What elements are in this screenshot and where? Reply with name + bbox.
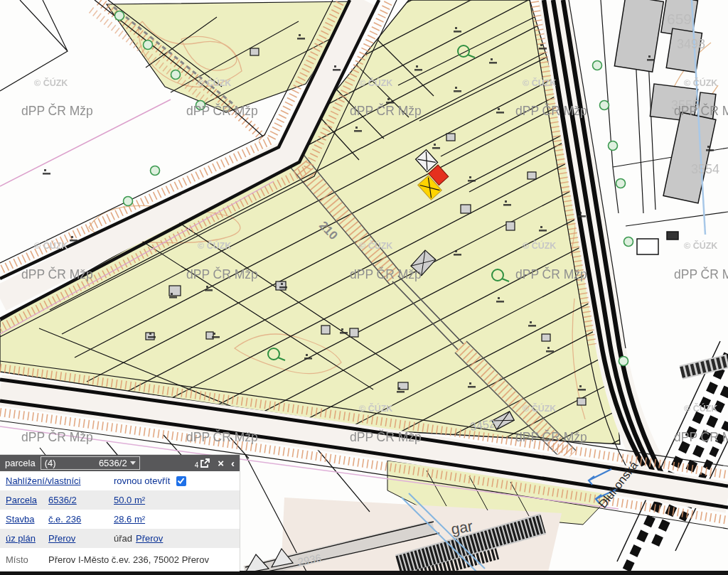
building-number-659: 659 (667, 11, 692, 27)
svg-text:© ČÚZK: © ČÚZK (684, 77, 717, 88)
parcela-number-link[interactable]: 6536/2 (48, 495, 114, 505)
svg-text:© ČÚZK: © ČÚZK (359, 240, 392, 251)
svg-text:© ČÚZK: © ČÚZK (34, 77, 68, 88)
svg-text:© ČÚZK: © ČÚZK (523, 240, 556, 251)
stavba-area-link[interactable]: 28.6 m² (114, 514, 145, 525)
building-number-3498: 3498 (677, 37, 705, 51)
close-icon[interactable]: × (218, 458, 224, 468)
row-stavba: Stavba č.e. 236 28.6 m² (0, 510, 240, 529)
svg-text:dPP ČR Mžp: dPP ČR Mžp (186, 267, 258, 281)
parcel-info-panel: parcela (4) 6536/2 4 × ‹ Nahlížení/vlast… (0, 455, 240, 574)
urad-label: úřad (114, 533, 132, 544)
svg-text:© ČÚZK: © ČÚZK (198, 240, 231, 251)
svg-text:© ČÚZK: © ČÚZK (523, 403, 556, 414)
parcela-link[interactable]: Parcela (6, 495, 48, 505)
collapse-panel-icon[interactable]: ‹ (231, 458, 235, 468)
building-number-3554: 3554 (691, 162, 719, 176)
svg-text:dPP ČR Mžp: dPP ČR Mžp (21, 267, 93, 281)
share-count: 4 (195, 462, 199, 469)
misto-label: Místo (6, 554, 48, 565)
svg-text:dPP ČR Mžp: dPP ČR Mžp (674, 267, 728, 281)
panel-title: parcela (5, 458, 36, 468)
svg-text:© ČÚZK: © ČÚZK (198, 77, 231, 88)
svg-text:dPP ČR Mžp: dPP ČR Mžp (186, 103, 258, 118)
svg-text:dPP ČR Mžp: dPP ČR Mžp (186, 429, 258, 444)
selector-index: (4) (45, 458, 56, 468)
parcel-selector-dropdown[interactable]: (4) 6536/2 (41, 456, 140, 470)
svg-text:dPP ČR Mžp: dPP ČR Mžp (515, 267, 587, 281)
svg-text:© ČÚZK: © ČÚZK (684, 403, 717, 414)
checkmark-icon (177, 477, 185, 485)
row-misto: Místo Přerov I-Město č.ev. 236, 75002 Př… (0, 548, 240, 571)
urad-value-link[interactable]: Přerov (136, 533, 163, 544)
rovnou-otevrit-checkbox[interactable] (176, 476, 186, 486)
svg-text:dPP ČR Mžp: dPP ČR Mžp (21, 429, 93, 444)
svg-text:dPP ČR Mžp: dPP ČR Mžp (21, 103, 93, 118)
svg-text:© ČÚZK: © ČÚZK (359, 77, 392, 88)
stavba-number-link[interactable]: č.e. 236 (48, 514, 114, 525)
uzplan-link[interactable]: úz plán (6, 533, 48, 544)
stavba-link[interactable]: Stavba (6, 514, 48, 525)
svg-text:dPP ČR Mžp: dPP ČR Mžp (350, 103, 422, 118)
uzplan-value-link[interactable]: Přerov (48, 533, 114, 544)
svg-text:dPP ČR Mžp: dPP ČR Mžp (515, 103, 587, 118)
share-button[interactable]: 4 (195, 458, 211, 469)
row-parcela: Parcela 6536/2 50.0 m² (0, 490, 240, 510)
row-nahlizeni: Nahlížení/vlastníci rovnou otevřít (0, 471, 240, 490)
misto-value: Přerov I-Město č.ev. 236, 75002 Přerov (48, 554, 209, 565)
panel-header: parcela (4) 6536/2 4 × ‹ (0, 455, 240, 471)
svg-text:dPP ČR Mžp: dPP ČR Mžp (674, 103, 728, 118)
parcela-area-link[interactable]: 50.0 m² (114, 495, 145, 505)
svg-text:dPP ČR Mžp: dPP ČR Mžp (350, 267, 422, 281)
selector-value: 6536/2 (99, 458, 127, 468)
rovnou-otevrit-label: rovnou otevřít (114, 475, 171, 486)
nahlizeni-vlastnici-link[interactable]: Nahlížení/vlastníci (6, 475, 114, 486)
svg-text:dPP ČR Mžp: dPP ČR Mžp (515, 429, 587, 444)
share-icon (199, 458, 210, 469)
row-uzplan: úz plán Přerov úřad Přerov (0, 529, 240, 548)
svg-text:© ČÚZK: © ČÚZK (684, 240, 717, 251)
svg-text:dPP ČR Mžp: dPP ČR Mžp (350, 429, 422, 444)
cadastral-map-viewer: 659 3498 3555 3554 3452 2936 210 gar Dlu… (0, 0, 728, 575)
svg-text:© ČÚZK: © ČÚZK (34, 240, 68, 251)
svg-text:dPP ČR Mžp: dPP ČR Mžp (674, 429, 728, 444)
svg-text:© ČÚZK: © ČÚZK (523, 77, 556, 88)
svg-text:© ČÚZK: © ČÚZK (359, 403, 392, 414)
chevron-down-icon (130, 461, 136, 465)
